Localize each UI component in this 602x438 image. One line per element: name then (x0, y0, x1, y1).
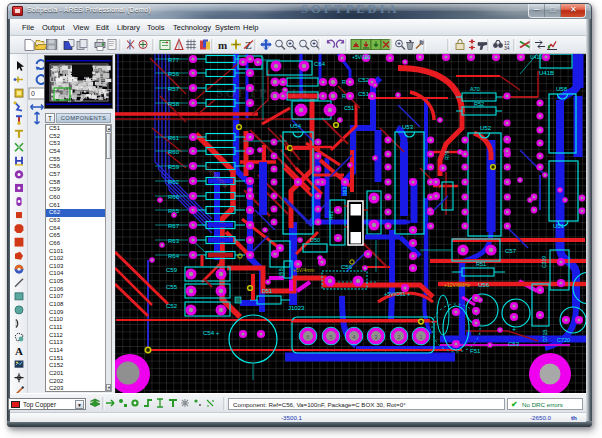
svg-text:C64: C64 (314, 61, 326, 67)
svg-text:0: 0 (31, 90, 35, 97)
svg-text:U410: U410 (530, 54, 542, 60)
svg-text:R52: R52 (474, 101, 484, 107)
svg-text:R56: R56 (168, 71, 180, 77)
svg-text:U56: U56 (478, 282, 490, 288)
svg-text:C59: C59 (166, 267, 178, 273)
svg-text:R62: R62 (328, 211, 334, 220)
svg-text:R61: R61 (168, 135, 180, 141)
svg-text:U58: U58 (556, 86, 568, 92)
svg-text:D50: D50 (310, 237, 320, 243)
svg-text:R58: R58 (168, 101, 180, 107)
svg-text:C51: C51 (344, 105, 354, 111)
svg-text:C54 +: C54 + (203, 330, 220, 336)
svg-text:C720: C720 (557, 337, 570, 343)
svg-text:F51: F51 (470, 348, 481, 354)
svg-text:C57: C57 (505, 248, 517, 254)
svg-text:R63: R63 (342, 187, 348, 196)
svg-text:SOFTPEDIA: SOFTPEDIA (216, 85, 310, 100)
svg-text:R60: R60 (168, 149, 180, 155)
svg-text:m: m (218, 39, 227, 51)
svg-text:+5V/C61 +: +5V/C61 + (384, 291, 410, 297)
svg-text:J1023: J1023 (288, 305, 305, 311)
svg-text:R64: R64 (168, 253, 180, 259)
svg-text:C55: C55 (166, 284, 178, 290)
svg-text:+: + (512, 326, 516, 333)
svg-text:C56: C56 (341, 264, 353, 270)
svg-text:R62: R62 (168, 179, 180, 185)
svg-text:+5V/100: +5V/100 (352, 54, 371, 60)
svg-text:R51: R51 (476, 261, 486, 267)
svg-text:34: 34 (504, 45, 510, 51)
svg-text:R57: R57 (168, 86, 180, 92)
svg-text:U53: U53 (402, 124, 414, 130)
svg-text:R77: R77 (168, 57, 180, 63)
svg-text:R59: R59 (168, 164, 180, 170)
svg-text:R67: R67 (168, 223, 180, 229)
svg-text:R76: R76 (444, 151, 450, 160)
svg-text:U5B: U5B (278, 268, 284, 278)
svg-text:+5V/4mm: +5V/4mm (293, 267, 315, 273)
svg-text:C319: C319 (541, 256, 547, 268)
svg-text:C53: C53 (508, 341, 520, 347)
svg-text:U51: U51 (553, 223, 565, 229)
svg-text:U54: U54 (290, 123, 302, 129)
svg-text:U52: U52 (480, 125, 492, 131)
svg-text:A: A (15, 345, 23, 357)
svg-text:R66: R66 (168, 194, 180, 200)
svg-text:D51: D51 (262, 288, 272, 294)
svg-text:+12V/8MHz: +12V/8MHz (444, 282, 471, 288)
svg-text:U41B: U41B (539, 70, 554, 76)
svg-text:A70: A70 (470, 86, 480, 92)
svg-text:C52: C52 (166, 303, 178, 309)
svg-text:R63: R63 (168, 238, 180, 244)
svg-text:D71B: D71B (542, 329, 548, 342)
